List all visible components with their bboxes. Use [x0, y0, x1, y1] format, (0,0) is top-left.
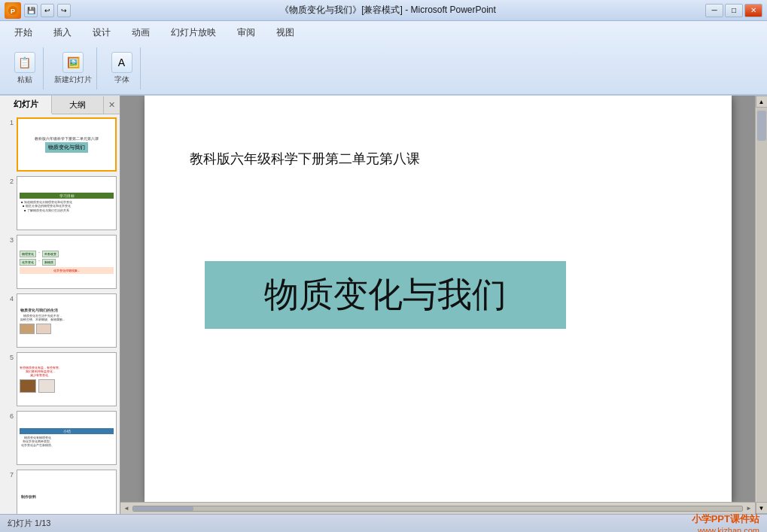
tab-slides[interactable]: 幻灯片 [0, 96, 52, 114]
slide-thumbnail-panel[interactable]: 1 教科版六年级科学下册第二单元第八课 物质变化与我们 2 学习目标 ■ 知道物… [0, 114, 120, 514]
slide-preview-5[interactable]: 有些物质变化有益，有些有害。 我们要利用有益变化， 减少有害变化。 [17, 352, 117, 406]
tab-home[interactable]: 开始 [5, 23, 42, 43]
window-controls: ─ □ ✕ [705, 4, 762, 17]
title-bar-left: P 💾 ↩ ↪ [5, 2, 71, 19]
ribbon-content: 📋 粘贴 🖼️ 新建幻灯片 A 字体 [0, 43, 767, 94]
slide-preview-7[interactable]: 制作饮料 [17, 470, 117, 514]
slide-edit-area: 教科版六年级科学下册第二单元第八课 物质变化与我们 ◄ ► [120, 96, 755, 514]
ribbon-group-clipboard: 📋 粘贴 [6, 47, 44, 90]
slide-canvas-area[interactable]: 教科版六年级科学下册第二单元第八课 物质变化与我们 [120, 96, 755, 502]
slide-preview-4[interactable]: 物质变化与我们的生活 物质变化在生活中无处不在， 如铁生锈、木材燃烧、食物腐败.… [17, 293, 117, 348]
scroll-right-btn[interactable]: ► [746, 505, 752, 512]
tab-outline[interactable]: 大纲 [52, 96, 104, 114]
thumb4-imgs [20, 324, 51, 334]
slide-thumb-7[interactable]: 7 制作饮料 [3, 470, 117, 514]
thumb6-body: 物质变化有物理变化和化学变化两种类型。 化学变化会产生新物质。 [20, 434, 56, 448]
tab-insert[interactable]: 插入 [44, 23, 81, 43]
thumb3-box1: 物理变化 [20, 251, 36, 257]
slide-thumb-6[interactable]: 6 小结 物质变化有物理变化和化学变化两种类型。 化学变化会产生新物质。 [3, 411, 117, 465]
watermark-line1: 小学PPT课件站 [692, 512, 759, 526]
thumb2-body: ■ 知道物质变化分物理变化和化学变化 ■ 能区分身边的物理变化和化学变化 ■ 了… [20, 199, 74, 214]
slide-num-4: 4 [3, 293, 14, 302]
ribbon: 开始 插入 设计 动画 幻灯片放映 审阅 视图 📋 粘贴 🖼️ 新建幻灯片 A … [0, 21, 767, 96]
thumb6-header: 小结 [20, 428, 114, 434]
thumb3-box3: 化学变化 [20, 259, 36, 266]
scroll-left-btn[interactable]: ◄ [123, 505, 129, 512]
ribbon-tabs: 开始 插入 设计 动画 幻灯片放映 审阅 视图 [0, 21, 767, 43]
new-slide-icon[interactable]: 🖼️ [62, 52, 84, 73]
slide-panel: 幻灯片 大纲 ✕ 1 教科版六年级科学下册第二单元第八课 物质变化与我们 2 [0, 96, 120, 514]
right-scrollbar: ▲ ▼ [755, 96, 767, 514]
paste-icon[interactable]: 📋 [14, 52, 35, 73]
slide-count: 幻灯片 1/13 [8, 518, 50, 529]
slide-thumb-1[interactable]: 1 教科版六年级科学下册第二单元第八课 物质变化与我们 [3, 117, 117, 172]
tab-slideshow[interactable]: 幻灯片放映 [161, 23, 226, 43]
slide-num-5: 5 [3, 352, 14, 361]
close-btn[interactable]: ✕ [744, 4, 762, 17]
tab-design[interactable]: 设计 [83, 23, 120, 43]
slide-main-title: 物质变化与我们 [264, 272, 507, 318]
ribbon-group-slides: 🖼️ 新建幻灯片 [50, 47, 97, 90]
thumb7-header: 制作饮料 [20, 493, 38, 500]
watermark-line2: www.kjzhan.com [698, 526, 759, 533]
thumb3-box4: 新物质 [42, 259, 56, 266]
slide-preview-6[interactable]: 小结 物质变化有物理变化和化学变化两种类型。 化学变化会产生新物质。 [17, 411, 117, 465]
font-label: 字体 [114, 74, 129, 85]
vscroll-track[interactable] [756, 108, 767, 502]
font-icon[interactable]: A [111, 52, 132, 73]
save-btn[interactable]: 💾 [24, 4, 38, 17]
tab-review[interactable]: 审阅 [227, 23, 265, 43]
thumb5-imgs [20, 379, 55, 393]
thumb3-note: 化学变化伴随现象... [20, 267, 114, 274]
thumb-subtitle-1: 教科版六年级科学下册第二单元第八课 [35, 136, 99, 141]
redo-btn[interactable]: ↪ [57, 4, 71, 17]
thumb-maintitle-1: 物质变化与我们 [45, 142, 88, 153]
thumb4-body: 物质变化在生活中无处不在， 如铁生锈、木材燃烧、食物腐败... [20, 313, 65, 322]
scroll-track-h[interactable] [132, 506, 743, 512]
slide-num-3: 3 [3, 235, 14, 244]
svg-text:P: P [11, 8, 15, 15]
main-area: 幻灯片 大纲 ✕ 1 教科版六年级科学下册第二单元第八课 物质变化与我们 2 [0, 96, 767, 514]
panel-close[interactable]: ✕ [104, 97, 120, 113]
thumb5-text: 有些物质变化有益，有些有害。 我们要利用有益变化， 减少有害变化。 [20, 366, 62, 377]
minimize-btn[interactable]: ─ [705, 4, 723, 17]
slide-thumb-5[interactable]: 5 有些物质变化有益，有些有害。 我们要利用有益变化， 减少有害变化。 [3, 352, 117, 406]
thumb-content-1: 教科版六年级科学下册第二单元第八课 物质变化与我们 [18, 119, 115, 170]
thumb-content-5: 有些物质变化有益，有些有害。 我们要利用有益变化， 减少有害变化。 [17, 353, 116, 406]
window-title: 《物质变化与我们》[兼容模式] - Microsoft PowerPoint [71, 4, 705, 17]
vscroll-thumb[interactable] [757, 111, 766, 141]
thumb-content-2: 学习目标 ■ 知道物质变化分物理变化和化学变化 ■ 能区分身边的物理变化和化学变… [17, 177, 116, 230]
thumb2-header: 学习目标 [20, 193, 114, 199]
slide-num-2: 2 [3, 176, 14, 185]
slide-scrollbar-h: ◄ ► [120, 502, 755, 514]
thumb-content-3: 物理变化 → 外形改变 化学变化 → 新物质 化学变化伴随现象... [17, 236, 116, 288]
slide-main-box[interactable]: 物质变化与我们 [205, 261, 566, 329]
new-slide-label: 新建幻灯片 [54, 74, 92, 85]
slide-preview-2[interactable]: 学习目标 ■ 知道物质变化分物理变化和化学变化 ■ 能区分身边的物理变化和化学变… [17, 176, 117, 230]
slide-thumb-4[interactable]: 4 物质变化与我们的生活 物质变化在生活中无处不在， 如铁生锈、木材燃烧、食物腐… [3, 293, 117, 348]
tab-view[interactable]: 视图 [266, 23, 304, 43]
slide-preview-3[interactable]: 物理变化 → 外形改变 化学变化 → 新物质 化学变化伴随现象... [17, 235, 117, 289]
slide-num-1: 1 [3, 117, 14, 126]
title-bar: P 💾 ↩ ↪ 《物质变化与我们》[兼容模式] - Microsoft Powe… [0, 0, 767, 21]
scroll-thumb-h[interactable] [133, 506, 193, 511]
status-bar: 幻灯片 1/13 小学PPT课件站 www.kjzhan.com [0, 514, 767, 532]
slide-thumb-2[interactable]: 2 学习目标 ■ 知道物质变化分物理变化和化学变化 ■ 能区分身边的物理变化和化… [3, 176, 117, 230]
thumb-content-7: 制作饮料 [17, 470, 116, 514]
office-logo: P [5, 2, 21, 19]
slide-preview-1[interactable]: 教科版六年级科学下册第二单元第八课 物质变化与我们 [17, 117, 117, 172]
tab-animation[interactable]: 动画 [122, 23, 160, 43]
slide-thumb-3[interactable]: 3 物理变化 → 外形改变 化学变化 → 新物质 化学变化伴随现 [3, 235, 117, 289]
maximize-btn[interactable]: □ [725, 4, 743, 17]
slide-subtitle[interactable]: 教科版六年级科学下册第二单元第八课 [190, 150, 420, 168]
slide-num-7: 7 [3, 470, 14, 479]
watermark-area: 小学PPT课件站 www.kjzhan.com [692, 512, 759, 533]
vscroll-up-btn[interactable]: ▲ [756, 96, 768, 108]
paste-label: 粘贴 [17, 74, 32, 85]
undo-btn[interactable]: ↩ [41, 4, 54, 17]
slide-num-6: 6 [3, 411, 14, 420]
thumb3-box2: 外形改变 [42, 251, 59, 257]
thumb-content-4: 物质变化与我们的生活 物质变化在生活中无处不在， 如铁生锈、木材燃烧、食物腐败.… [17, 294, 116, 347]
slide-canvas[interactable]: 教科版六年级科学下册第二单元第八课 物质变化与我们 [145, 96, 732, 502]
thumb-content-6: 小结 物质变化有物理变化和化学变化两种类型。 化学变化会产生新物质。 [17, 412, 116, 464]
